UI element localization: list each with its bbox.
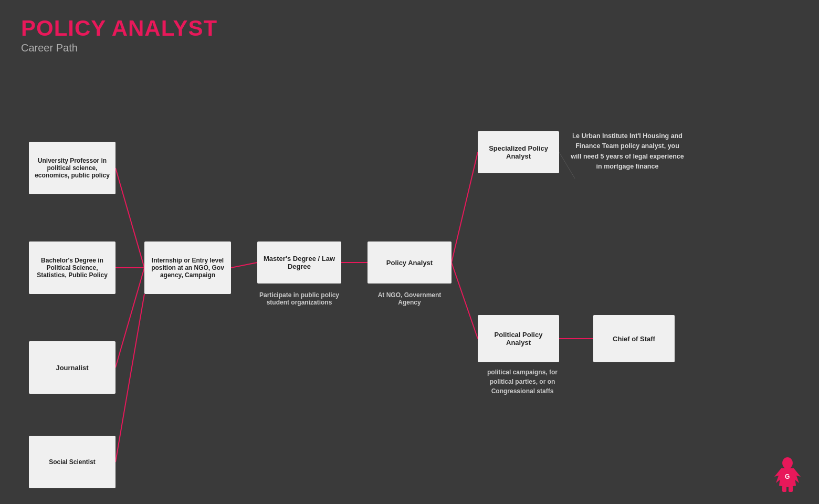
- svg-line-4: [231, 262, 257, 268]
- svg-line-6: [452, 152, 478, 262]
- connector-lines: [0, 74, 819, 494]
- page-title: POLICY ANALYST: [21, 16, 217, 41]
- svg-line-7: [452, 262, 478, 339]
- node-chief-of-staff: Chief of Staff: [593, 315, 675, 362]
- svg-line-2: [116, 268, 144, 368]
- label-at-ngo: At NGO, Government Agency: [368, 291, 452, 306]
- label-political-campaigns: political campaigns, for political parti…: [478, 368, 567, 396]
- node-uni-prof: University Professor in political scienc…: [29, 142, 116, 194]
- node-bachelor: Bachelor's Degree in Political Science, …: [29, 242, 116, 294]
- node-specialized: Specialized Policy Analyst: [478, 131, 559, 173]
- svg-point-10: [782, 457, 793, 469]
- node-social-scientist: Social Scientist: [29, 436, 116, 488]
- svg-rect-13: [782, 486, 786, 492]
- info-specialized: i.e Urban Institute Int'l Housing and Fi…: [570, 131, 685, 172]
- svg-line-0: [116, 168, 144, 268]
- svg-line-3: [116, 294, 144, 462]
- node-political-policy: Political Policy Analyst: [478, 315, 559, 362]
- node-policy-analyst: Policy Analyst: [368, 242, 452, 284]
- page-subtitle: Career Path: [21, 42, 217, 54]
- label-participate: Participate in public policy student org…: [257, 291, 341, 306]
- career-diagram: University Professor in political scienc…: [0, 74, 819, 494]
- node-masters: Master's Degree / Law Degree: [257, 242, 341, 284]
- node-journalist: Journalist: [29, 341, 116, 394]
- svg-rect-14: [789, 486, 793, 492]
- logo-mascot: G: [772, 457, 803, 494]
- svg-text:G: G: [785, 473, 790, 480]
- node-internship: Internship or Entry level position at an…: [144, 242, 231, 294]
